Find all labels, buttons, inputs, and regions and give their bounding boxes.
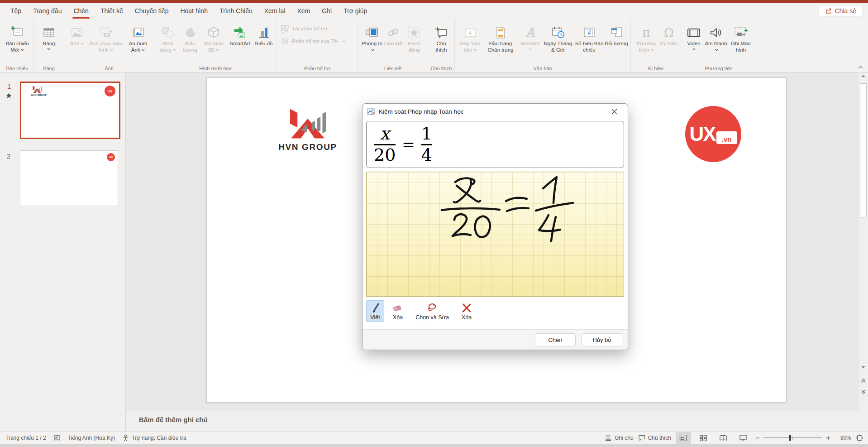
3d-model-icon [207, 22, 220, 39]
zoom-slides-icon [365, 22, 379, 39]
tab-slideshow[interactable]: Trình Chiếu [214, 3, 258, 19]
previous-slide-icon[interactable] [858, 379, 868, 383]
zoom-slider-handle[interactable] [789, 435, 791, 441]
slide-counter: Trang chiếu 1 / 2 [5, 435, 46, 441]
pictures-button: Ảnh [67, 20, 87, 47]
date-time-button[interactable]: Ngày Tháng & Giờ [542, 20, 574, 53]
tab-insert[interactable]: Chèn [67, 3, 94, 19]
math-input-icon [367, 108, 375, 115]
my-addins-icon [281, 38, 289, 45]
thumb2-ux-logo: UX [107, 153, 115, 161]
tab-record[interactable]: Ghi [316, 3, 338, 19]
thumb-hvn-logo: HVN GROUP [31, 86, 47, 96]
share-icon [825, 8, 832, 14]
new-slide-button[interactable]: Bản chiếu Mới [3, 20, 31, 53]
scroll-down-icon[interactable] [858, 366, 868, 369]
dialog-title-bar[interactable]: Kiểm soát Phép nhập Toán học [362, 104, 628, 119]
group-text: A Hộp Văn bản Đầu trang Chân trang A Wor… [455, 19, 631, 72]
hvn-logo-text: HVN GROUP [272, 142, 344, 152]
pen-icon [369, 302, 381, 314]
tab-review[interactable]: Xem lại [258, 3, 291, 19]
select-correct-tool-button[interactable]: Chọn và Sửa [411, 300, 453, 322]
share-button[interactable]: Chia sẻ [819, 5, 863, 17]
insert-button[interactable]: Chèn [535, 333, 576, 346]
handwriting-canvas[interactable] [366, 172, 624, 297]
eraser-icon [392, 302, 404, 314]
tab-design[interactable]: Thiết kế [95, 3, 129, 19]
view-reading-button[interactable] [715, 432, 731, 444]
language-status[interactable]: Tiếng Anh (Hoa Kỳ) [68, 435, 115, 441]
scroll-up-icon[interactable] [858, 75, 868, 77]
svg-text:π: π [642, 26, 650, 39]
dialog-footer: Chèn Hủy bỏ [362, 329, 628, 350]
zoom-percentage[interactable]: 80% [835, 435, 851, 441]
clear-tool-button[interactable]: Xóa [458, 300, 476, 322]
ribbon-collapse-icon[interactable] [855, 63, 865, 71]
photo-album-button[interactable]: An-bum Ảnh [124, 20, 152, 53]
notes-toggle[interactable]: Ghi chú [605, 435, 633, 441]
view-slide-sorter-button[interactable] [696, 432, 711, 444]
animation-star-icon [5, 92, 12, 99]
picture-icon [70, 22, 84, 39]
thumb-ux-logo: UX [105, 86, 115, 96]
table-button[interactable]: Bảng [36, 20, 62, 50]
vertical-scrollbar[interactable] [858, 72, 868, 431]
group-images: Ảnh Ảnh chụp màn hình An-bum Ảnh Ảnh [64, 19, 154, 72]
slide-2-number: 2 [7, 152, 10, 160]
next-slide-icon[interactable] [858, 389, 868, 394]
hvn-logo[interactable]: HVN GROUP [272, 108, 344, 152]
slide-thumbnail-1[interactable]: HVN GROUP UX [20, 82, 120, 139]
ux-logo[interactable]: UX .vn [685, 106, 741, 162]
numerator-x: x [380, 125, 389, 143]
tab-home[interactable]: Trang đầu [27, 3, 67, 19]
powerpoint-window: Tệp Trang đầu Chèn Thiết kế Chuyển tiếp … [0, 0, 868, 447]
zoom-in-icon[interactable] [826, 436, 830, 440]
zoom-feature-button[interactable]: Phóng to [360, 20, 384, 53]
view-slideshow-button[interactable] [735, 432, 751, 444]
video-button[interactable]: Video [683, 20, 704, 50]
tab-file[interactable]: Tệp [5, 3, 27, 19]
audio-icon [709, 22, 723, 39]
zoom-slider-track[interactable] [763, 435, 822, 441]
erase-tool-button[interactable]: Xóa [389, 300, 407, 322]
chart-button[interactable]: Biểu đồ [253, 20, 274, 47]
tab-view[interactable]: Xem [291, 3, 316, 19]
smartart-button[interactable]: SmartArt [226, 20, 253, 47]
tab-animations[interactable]: Hoạt hình [174, 3, 214, 19]
my-addins-button: Phần bổ trợ của Tôi [279, 35, 347, 48]
view-normal-button[interactable] [676, 432, 691, 444]
object-button[interactable]: Đối tượng [605, 20, 628, 47]
equation-pi-icon: π [639, 22, 653, 39]
spellcheck-icon[interactable] [53, 434, 61, 442]
slide-number-button[interactable]: # Số hiệu Bản chiếu [574, 20, 605, 53]
accessibility-status[interactable]: Trợ năng: Cần điều tra [122, 434, 186, 442]
handwritten-equation-ink [367, 172, 624, 296]
screen-recording-button[interactable]: Ghi Màn hình [728, 20, 754, 53]
svg-text:A: A [525, 26, 535, 39]
cancel-button[interactable]: Hủy bỏ [582, 333, 622, 346]
comment-button[interactable]: Chú thích [430, 20, 452, 53]
close-icon[interactable] [605, 105, 623, 118]
3d-models-button: Mô hình 3D [201, 20, 226, 53]
scrollbar-thumb[interactable] [860, 83, 867, 217]
group-label-addins: Phần bổ trợ [277, 66, 358, 71]
denominator-20: 20 [374, 146, 396, 164]
comments-toggle[interactable]: Chú thích [638, 435, 671, 441]
group-label-links: Liên kết [358, 66, 428, 71]
slide-thumbnail-2[interactable]: UX [20, 150, 118, 206]
tab-help[interactable]: Trợ giúp [338, 3, 373, 19]
notes-area[interactable]: Bấm để thêm ghi chú [126, 411, 868, 431]
icons-duck-icon [183, 22, 197, 39]
denominator-4: 4 [421, 146, 432, 164]
get-addins-button: Tải phần bổ trợ [279, 22, 329, 35]
notes-icon [605, 435, 612, 441]
red-x-icon [461, 302, 472, 314]
header-footer-button[interactable]: Đầu trang Chân trang [483, 20, 518, 53]
audio-button[interactable]: Âm thanh [704, 20, 728, 53]
write-tool-button[interactable]: Viết [366, 300, 384, 322]
group-label-media: Phương tiện [681, 66, 756, 71]
group-media: Video Âm thanh Ghi Màn hình Phương tiện [681, 19, 756, 72]
zoom-out-icon[interactable] [755, 436, 760, 440]
fit-to-window-icon[interactable] [856, 434, 863, 442]
tab-transitions[interactable]: Chuyển tiếp [129, 3, 175, 19]
